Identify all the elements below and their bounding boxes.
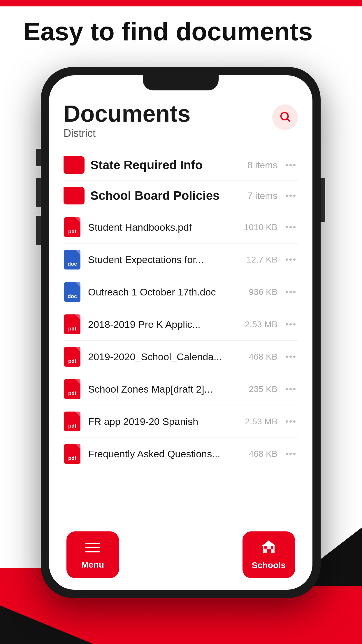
file-item[interactable]: pdf FR app 2019-20 Spanish 2.53 MB bbox=[64, 405, 298, 438]
file-type-label: pdf bbox=[68, 229, 76, 235]
more-menu-button[interactable] bbox=[283, 256, 298, 263]
dot bbox=[289, 258, 292, 261]
file-item[interactable]: doc Outreach 1 October 17th.doc 936 KB bbox=[64, 276, 298, 308]
file-name: Student Expectations for... bbox=[88, 254, 246, 265]
file-item[interactable]: pdf 2018-2019 Pre K Applic... 2.53 MB bbox=[64, 308, 298, 341]
dot bbox=[293, 453, 296, 455]
more-menu-button[interactable] bbox=[283, 321, 298, 328]
file-name: 2019-2020_School_Calenda... bbox=[88, 351, 249, 363]
phone-vol-down-button bbox=[36, 216, 41, 245]
more-menu-button[interactable] bbox=[283, 224, 298, 231]
file-type-label: pdf bbox=[68, 423, 76, 429]
dot bbox=[289, 323, 292, 326]
dot bbox=[289, 164, 292, 166]
file-icon: pdf bbox=[64, 411, 81, 432]
folder-icon bbox=[64, 156, 83, 174]
file-name: Outreach 1 October 17th.doc bbox=[88, 286, 249, 298]
more-menu-button[interactable] bbox=[283, 418, 298, 425]
more-menu-button[interactable] bbox=[283, 162, 298, 169]
file-icon: doc bbox=[64, 249, 81, 270]
svg-line-1 bbox=[287, 119, 290, 121]
phone-frame: Documents District bbox=[41, 67, 321, 598]
menu-icon bbox=[85, 540, 100, 557]
dot bbox=[293, 323, 296, 326]
file-item[interactable]: doc Student Expectations for... 12.7 KB bbox=[64, 244, 298, 276]
file-name: Student Handbooks.pdf bbox=[88, 222, 244, 233]
menu-nav-label: Menu bbox=[81, 560, 104, 570]
dot bbox=[289, 226, 292, 228]
schools-icon bbox=[261, 539, 276, 557]
more-menu-button[interactable] bbox=[283, 386, 298, 393]
more-menu-button[interactable] bbox=[283, 353, 298, 360]
folder-item[interactable]: School Board Policies 7 items bbox=[64, 181, 298, 211]
file-type-label: pdf bbox=[68, 455, 76, 461]
file-item[interactable]: pdf School Zones Map[draft 2]... 235 KB bbox=[64, 373, 298, 405]
file-size: 1010 KB bbox=[244, 222, 277, 232]
file-item[interactable]: pdf 2019-2020_School_Calenda... 468 KB bbox=[64, 341, 298, 373]
file-type-label: doc bbox=[68, 293, 77, 300]
file-name: Frequently Asked Questions... bbox=[88, 448, 249, 460]
dot bbox=[286, 323, 288, 326]
file-icon: pdf bbox=[64, 314, 81, 335]
dot bbox=[289, 195, 292, 197]
menu-nav-button[interactable]: Menu bbox=[66, 531, 119, 578]
folder-name: School Board Policies bbox=[90, 189, 247, 203]
more-menu-button[interactable] bbox=[283, 192, 298, 199]
file-size: 2.53 MB bbox=[245, 319, 277, 329]
dot bbox=[286, 453, 288, 455]
file-type-badge: pdf bbox=[64, 347, 80, 367]
dot bbox=[293, 291, 296, 293]
file-item[interactable]: pdf Frequently Asked Questions... 468 KB bbox=[64, 438, 298, 470]
bottom-nav: Menu Schools bbox=[49, 531, 312, 578]
file-type-badge: pdf bbox=[64, 444, 80, 464]
dot bbox=[286, 356, 288, 358]
dot bbox=[293, 164, 296, 166]
dot bbox=[289, 420, 292, 423]
search-icon bbox=[279, 111, 291, 124]
svg-rect-8 bbox=[264, 546, 267, 549]
file-size: 468 KB bbox=[249, 449, 277, 459]
file-type-badge: doc bbox=[64, 282, 80, 302]
more-menu-button[interactable] bbox=[283, 288, 298, 295]
page-headline: Easy to find documents bbox=[23, 18, 313, 46]
folder-count: 7 items bbox=[247, 190, 277, 201]
schools-nav-label: Schools bbox=[252, 560, 286, 570]
svg-rect-3 bbox=[85, 547, 100, 548]
file-type-label: pdf bbox=[68, 391, 76, 397]
file-type-label: doc bbox=[68, 261, 77, 267]
phone-mute-button bbox=[36, 149, 41, 166]
file-type-badge: pdf bbox=[64, 314, 80, 334]
file-type-label: pdf bbox=[68, 358, 76, 364]
phone-power-button bbox=[321, 178, 325, 222]
dot bbox=[286, 291, 288, 293]
screen-header: Documents District bbox=[64, 102, 298, 139]
folder-item[interactable]: State Required Info 8 items bbox=[64, 150, 298, 181]
file-size: 12.7 KB bbox=[246, 255, 277, 265]
file-icon: pdf bbox=[64, 444, 81, 464]
dot bbox=[289, 453, 292, 455]
file-type-label: pdf bbox=[68, 326, 76, 332]
svg-rect-7 bbox=[267, 549, 271, 553]
search-button[interactable] bbox=[272, 104, 298, 130]
file-size: 936 KB bbox=[249, 287, 277, 297]
file-size: 235 KB bbox=[249, 384, 277, 394]
folder-icon bbox=[64, 187, 83, 204]
dot bbox=[286, 195, 288, 197]
file-type-badge: pdf bbox=[64, 412, 80, 431]
phone-notch bbox=[143, 75, 219, 90]
documents-subtitle: District bbox=[64, 127, 191, 139]
schools-nav-button[interactable]: Schools bbox=[242, 531, 295, 578]
svg-rect-4 bbox=[85, 551, 100, 552]
dot bbox=[293, 195, 296, 197]
svg-marker-6 bbox=[262, 540, 275, 546]
file-item[interactable]: pdf Student Handbooks.pdf 1010 KB bbox=[64, 211, 298, 244]
dot bbox=[293, 388, 296, 390]
dot bbox=[293, 258, 296, 261]
header-title-group: Documents District bbox=[64, 102, 191, 139]
file-name: School Zones Map[draft 2]... bbox=[88, 384, 249, 395]
top-red-bar bbox=[0, 0, 362, 6]
screen-content: Documents District bbox=[49, 90, 312, 590]
file-size: 468 KB bbox=[249, 352, 277, 362]
file-name: 2018-2019 Pre K Applic... bbox=[88, 319, 245, 330]
more-menu-button[interactable] bbox=[283, 450, 298, 457]
